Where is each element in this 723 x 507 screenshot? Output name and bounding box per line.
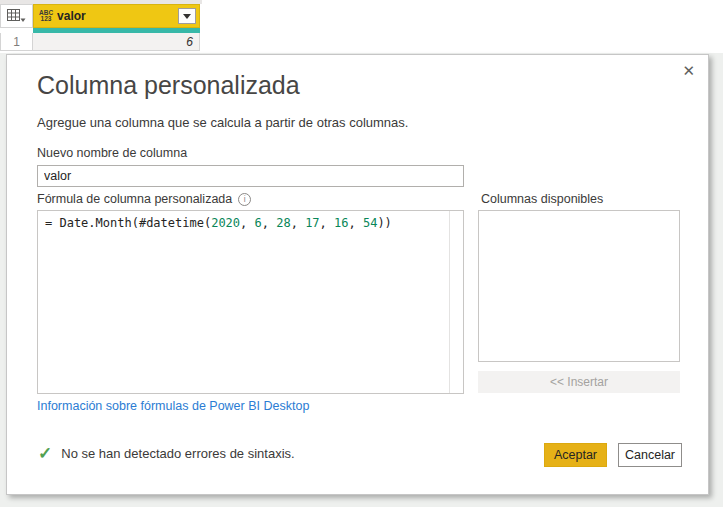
- formula-token: ,: [348, 216, 362, 230]
- table-cell-value[interactable]: 6: [33, 33, 200, 51]
- formula-token: ,: [262, 216, 276, 230]
- formula-token-number: 6: [255, 216, 262, 230]
- column-header-valor[interactable]: ABC 123 valor: [33, 4, 200, 28]
- formula-label-row: Fórmula de columna personalizada i: [37, 192, 251, 206]
- available-columns-label: Columnas disponibles: [481, 192, 603, 206]
- data-preview-strip: ABC 123 valor 1 6: [0, 0, 723, 53]
- row-number: 1: [0, 33, 33, 51]
- formula-token-number: 54: [363, 216, 377, 230]
- formula-token-number: 16: [334, 216, 348, 230]
- dropdown-caret-icon: [183, 14, 191, 19]
- formula-token: )): [377, 216, 391, 230]
- insert-button[interactable]: << Insertar: [478, 371, 680, 393]
- formula-label: Fórmula de columna personalizada: [37, 192, 232, 206]
- data-type-icon[interactable]: ABC 123: [39, 10, 53, 23]
- cancel-button[interactable]: Cancelar: [618, 443, 682, 467]
- dialog-subtitle: Agregue una columna que se calcula a par…: [37, 115, 408, 130]
- formula-help-link[interactable]: Información sobre fórmulas de Power BI D…: [37, 399, 309, 413]
- formula-scrollbar[interactable]: [449, 211, 463, 393]
- formula-token: ,: [240, 216, 254, 230]
- formula-token-number: 2020: [211, 216, 240, 230]
- close-icon[interactable]: ✕: [682, 62, 695, 80]
- available-columns-list[interactable]: [478, 210, 680, 362]
- formula-token: = Date.Month(#datetime(: [45, 216, 211, 230]
- formula-token-number: 17: [305, 216, 319, 230]
- new-column-name-label: Nuevo nombre de columna: [37, 146, 187, 160]
- table-corner-button[interactable]: [0, 4, 33, 28]
- table-grid-icon: [7, 9, 26, 23]
- formula-editor[interactable]: = Date.Month(#datetime(2020, 6, 28, 17, …: [37, 210, 464, 394]
- power-query-editor: ABC 123 valor 1 6 ✕ Columna personalizad…: [0, 0, 723, 507]
- info-icon[interactable]: i: [238, 193, 251, 206]
- formula-token: ,: [291, 216, 305, 230]
- type-icon-line-123: 123: [41, 16, 52, 23]
- syntax-status-text: No se han detectado errores de sintaxis.: [61, 446, 294, 461]
- formula-expression: = Date.Month(#datetime(2020, 6, 28, 17, …: [45, 216, 392, 230]
- column-name: valor: [57, 9, 178, 23]
- new-column-name-input[interactable]: [37, 165, 464, 187]
- dialog-title: Columna personalizada: [37, 71, 300, 100]
- checkmark-icon: ✓: [38, 445, 52, 462]
- custom-column-dialog: ✕ Columna personalizada Agregue una colu…: [6, 54, 709, 495]
- syntax-status: ✓ No se han detectado errores de sintaxi…: [38, 445, 295, 462]
- column-filter-button[interactable]: [178, 8, 196, 24]
- accept-button[interactable]: Aceptar: [544, 443, 607, 467]
- formula-token-number: 28: [276, 216, 290, 230]
- formula-token: ,: [320, 216, 334, 230]
